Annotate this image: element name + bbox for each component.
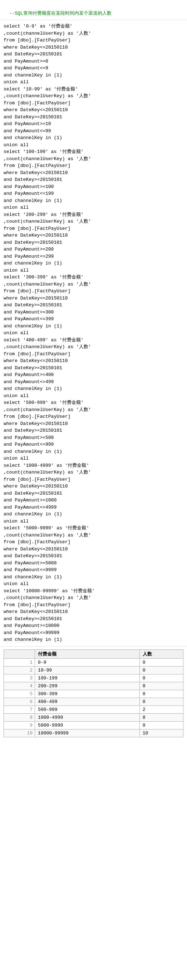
cell-count: 2: [139, 705, 183, 713]
cell-range: 500-999: [35, 705, 140, 713]
table-row: 5300-3990: [4, 690, 184, 698]
cell-count: 0: [139, 658, 183, 666]
cell-range: 200-299: [35, 682, 140, 690]
cell-count: 0: [139, 698, 183, 705]
col-header-count: 人数: [139, 649, 183, 658]
row-number-header: [4, 649, 35, 658]
cell-count: 8: [139, 713, 183, 721]
table-row: 95000-99990: [4, 721, 184, 729]
cell-range: 5000-9999: [35, 721, 140, 729]
row-number: 3: [4, 674, 35, 682]
cell-range: 10-99: [35, 666, 140, 674]
row-number: 2: [4, 666, 35, 674]
row-number: 1: [4, 658, 35, 666]
table-row: 4200-2990: [4, 682, 184, 690]
cell-range: 0-9: [35, 658, 140, 666]
sql-body: select '0-9' as '付费金额' ,count(channelUse…: [0, 20, 187, 646]
cell-range: 100-199: [35, 674, 140, 682]
row-number: 10: [4, 729, 35, 737]
table-row: 1010000-9999910: [4, 729, 184, 737]
cell-range: 10000-99999: [35, 729, 140, 737]
table-row: 6400-4990: [4, 698, 184, 705]
cell-count: 0: [139, 682, 183, 690]
cell-count: 0: [139, 674, 183, 682]
cell-count: 0: [139, 690, 183, 698]
sql-comment: --SQL查询付费额度在某段时间内某个渠道的人数: [9, 11, 112, 16]
cell-range: 1000-4999: [35, 713, 140, 721]
row-number: 9: [4, 721, 35, 729]
row-number: 4: [4, 682, 35, 690]
sql-code-block: --SQL查询付费额度在某段时间内某个渠道的人数: [0, 0, 187, 20]
table-row: 81000-49998: [4, 713, 184, 721]
cell-range: 400-499: [35, 698, 140, 705]
cell-count: 0: [139, 721, 183, 729]
col-header-range: 付费金额: [35, 649, 140, 658]
results-table-container: 付费金额 人数 10-90210-9903100-19904200-299053…: [0, 646, 187, 740]
row-number: 8: [4, 713, 35, 721]
row-number: 5: [4, 690, 35, 698]
table-row: 7500-9992: [4, 705, 184, 713]
table-row: 10-90: [4, 658, 184, 666]
row-number: 6: [4, 698, 35, 705]
cell-range: 300-399: [35, 690, 140, 698]
table-row: 3100-1990: [4, 674, 184, 682]
cell-count: 0: [139, 666, 183, 674]
results-table: 付费金额 人数 10-90210-9903100-19904200-299053…: [3, 649, 184, 737]
row-number: 7: [4, 705, 35, 713]
cell-count: 10: [139, 729, 183, 737]
table-row: 210-990: [4, 666, 184, 674]
